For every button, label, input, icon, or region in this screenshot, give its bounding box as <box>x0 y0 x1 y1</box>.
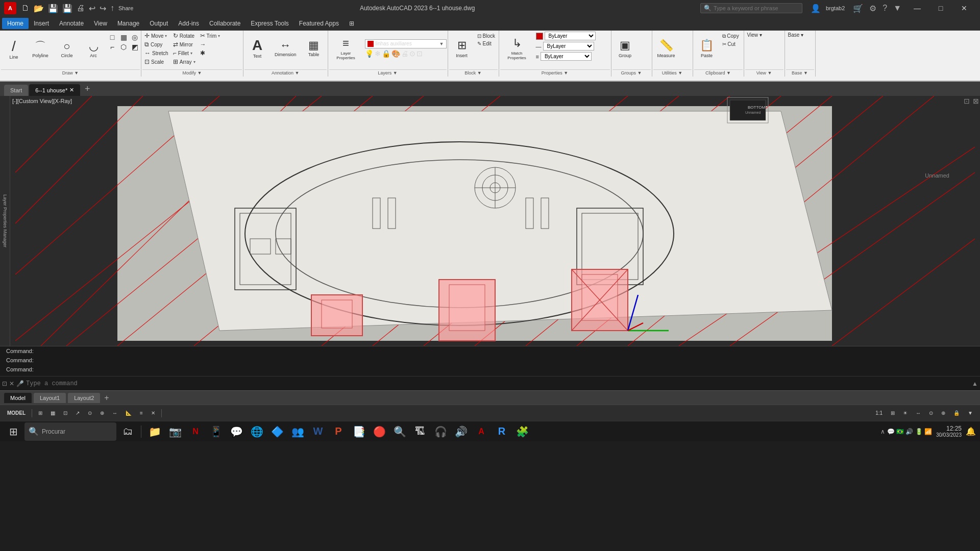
block-button[interactable]: ⊡Block <box>475 33 497 39</box>
zoom-icon[interactable]: 🔍 <box>390 422 409 441</box>
menu-home[interactable]: Home <box>2 18 29 29</box>
match-properties-button[interactable]: ↳ Match Properties <box>500 32 534 65</box>
cut-button[interactable]: ✂ Cut <box>720 41 741 47</box>
tab-close-button[interactable]: ✕ <box>69 87 74 93</box>
lineweight-dropdown[interactable]: ByLayer <box>541 52 592 61</box>
new-tab-button[interactable]: + <box>81 83 93 95</box>
linetype-dropdown[interactable]: ByLayer <box>543 42 594 51</box>
autocad-taskbar-icon[interactable]: A <box>472 422 491 441</box>
workspace-button[interactable]: ⊞ <box>888 409 898 417</box>
search-box[interactable]: 🔍 <box>700 3 802 13</box>
gradient-button[interactable]: ◎ <box>130 33 140 42</box>
group-button[interactable]: ▣ Group <box>612 32 638 65</box>
paste-button[interactable]: 📋 Paste <box>694 32 720 65</box>
measure-button[interactable]: 📏 Measure <box>653 32 679 65</box>
share-label[interactable]: Share <box>117 4 134 12</box>
wipeout-button[interactable]: ◩ <box>130 42 140 52</box>
layer-icon-6[interactable]: ⊙ <box>409 49 415 58</box>
boundary-button[interactable]: ⌐ <box>107 42 117 52</box>
hatch-button[interactable]: ▦ <box>118 33 129 42</box>
headphone-icon[interactable]: 🎧 <box>431 422 450 441</box>
table-button[interactable]: ▦ Table <box>301 32 327 65</box>
otrack-button[interactable]: ⊕ <box>97 409 107 417</box>
layer-manager-panel[interactable]: Layer Properties Manager <box>0 96 10 346</box>
saveas-icon[interactable]: 💾 <box>61 3 74 14</box>
rect-button[interactable]: □ <box>107 33 117 42</box>
copy-clipboard-button[interactable]: ⧉ Copy <box>720 33 741 40</box>
array-button[interactable]: ⊞Array▾ <box>171 58 198 66</box>
menu-view[interactable]: View <box>89 18 112 29</box>
layer-icon-2[interactable]: ❄ <box>375 49 381 58</box>
trim-button[interactable]: ✂Trim▾ <box>198 32 223 40</box>
customize-button[interactable]: ▼ <box>965 409 976 417</box>
windows-start-button[interactable]: ⊞ <box>4 422 22 441</box>
tab-start[interactable]: Start <box>4 85 28 96</box>
print-icon[interactable]: 🖨 <box>76 3 86 14</box>
redicon-icon[interactable]: 🔴 <box>370 422 388 441</box>
tab-layout1[interactable]: Layout1 <box>34 393 66 403</box>
menu-custom[interactable]: ⊞ <box>344 18 359 29</box>
menu-annotate[interactable]: Annotate <box>54 18 89 29</box>
color-dropdown[interactable]: ByLayer <box>545 32 596 40</box>
fillet-button[interactable]: ⌐Fillet▾ <box>171 49 198 57</box>
command-mic-icon[interactable]: 🎤 <box>16 380 24 387</box>
isolate-button[interactable]: ↔ <box>913 409 924 417</box>
mirror-button[interactable]: ⇄Mirror <box>171 40 198 48</box>
polar-button[interactable]: ↗ <box>72 409 83 417</box>
viewport-maximize-handle[interactable]: ⊡ <box>964 97 970 105</box>
close-button[interactable]: ✕ <box>952 0 976 16</box>
rotate-button[interactable]: ↻Rotate <box>171 32 198 40</box>
menu-addins[interactable]: Add-ins <box>173 18 204 29</box>
camera-icon[interactable]: 📷 <box>166 422 184 441</box>
tab-layout2[interactable]: Layout2 <box>68 393 100 403</box>
command-scroll-icon[interactable]: ▲ <box>972 380 978 387</box>
settings-icon[interactable]: ⚙ <box>869 4 876 13</box>
revit-icon[interactable]: R <box>493 422 511 441</box>
annotation-scale[interactable]: 1:1 <box>872 409 886 417</box>
ortho-button[interactable]: ⊡ <box>60 409 70 417</box>
command-expand-icon[interactable]: ⊡ <box>2 380 7 387</box>
circle-button[interactable]: ○ Circle <box>54 32 80 67</box>
add-layout-button[interactable]: + <box>102 393 111 403</box>
menu-insert[interactable]: Insert <box>29 18 54 29</box>
open-icon[interactable]: 📂 <box>33 3 45 14</box>
audio-icon[interactable]: 🔊 <box>452 422 470 441</box>
sketchup-icon[interactable]: 🏗 <box>411 422 429 441</box>
search-input[interactable] <box>714 5 795 11</box>
hardware-button[interactable]: ⊙ <box>926 409 936 417</box>
explode-button[interactable]: ✱ <box>198 49 223 57</box>
new-icon[interactable]: 🗋 <box>20 3 31 14</box>
ui-lock-button[interactable]: 🔒 <box>950 409 963 417</box>
layer-icon-7[interactable]: ⊡ <box>416 49 423 58</box>
block-editor-button[interactable]: ✎Edit <box>475 40 497 47</box>
model-status[interactable]: MODEL <box>4 409 29 417</box>
snap-button[interactable]: ▦ <box>47 409 58 417</box>
system-clock[interactable]: 12:25 30/03/2023 <box>936 425 962 438</box>
foxit-icon[interactable]: 📑 <box>350 422 368 441</box>
firefox-icon[interactable]: 🌐 <box>248 422 266 441</box>
help-icon[interactable]: ? <box>883 4 887 13</box>
lineweight-button[interactable]: 📐 <box>122 409 135 417</box>
layer-icon-1[interactable]: 💡 <box>365 49 374 58</box>
layer-icon-3[interactable]: 🔒 <box>382 49 390 58</box>
undo-icon[interactable]: ↩ <box>88 3 96 14</box>
text-button[interactable]: A Text <box>244 32 270 65</box>
menu-manage[interactable]: Manage <box>112 18 144 29</box>
whatsapp-icon[interactable]: 📱 <box>207 422 225 441</box>
notification-button[interactable]: 🔔 <box>966 427 976 436</box>
insert-button[interactable]: ⊞ Insert <box>449 32 475 65</box>
command-settings-icon[interactable]: ✕ <box>9 380 14 387</box>
polyline-button[interactable]: ⌒ Polyline <box>28 32 53 67</box>
share-icon[interactable]: ↑ <box>109 3 115 14</box>
dynamic-button[interactable]: ↔ <box>109 409 120 417</box>
view-button[interactable]: View ▾ <box>745 32 764 38</box>
layer-properties-button[interactable]: ≡ Layer Properties <box>329 32 363 65</box>
arc-button[interactable]: ◡ Arc <box>81 32 106 67</box>
copy-button[interactable]: ⧉Copy <box>142 40 170 48</box>
explorer-icon[interactable]: 📁 <box>145 422 164 441</box>
base-button[interactable]: Base ▾ <box>786 32 806 38</box>
sun-button[interactable]: ☀ <box>900 409 911 417</box>
powerpoint-icon[interactable]: P <box>329 422 348 441</box>
stretch-button[interactable]: ↔Stretch <box>142 49 170 57</box>
search-button[interactable]: 🔍 Procurar <box>24 422 116 441</box>
